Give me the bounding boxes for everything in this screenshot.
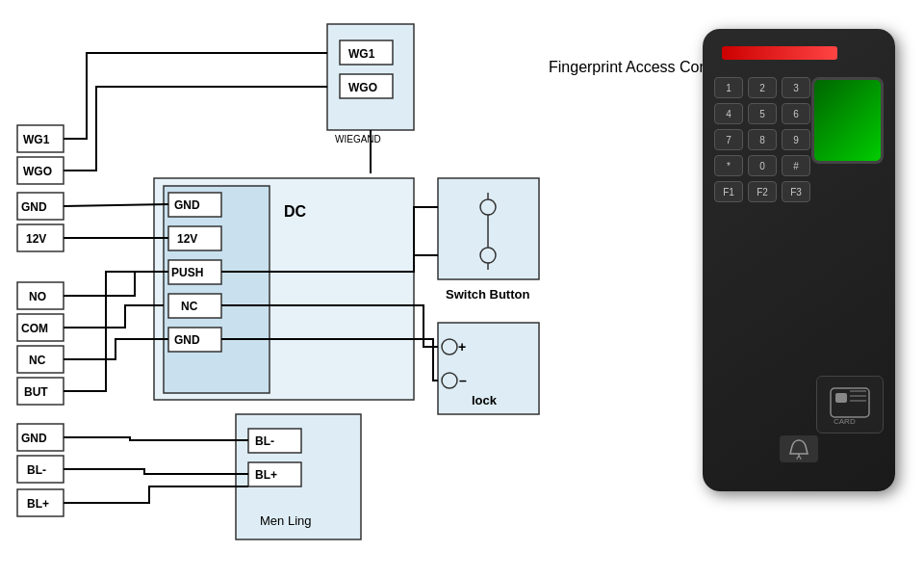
lock-minus-label: – bbox=[459, 373, 467, 388]
fingerprint-device: 1 2 3 4 5 6 7 8 9 * 0 # F1 F2 F3 CARD bbox=[703, 29, 895, 491]
lock-minus-symbol bbox=[442, 373, 457, 388]
term-no bbox=[17, 282, 64, 309]
term-gnd1 bbox=[17, 193, 64, 220]
wire-no bbox=[64, 272, 164, 296]
term-gnd2-label: GND bbox=[21, 432, 47, 445]
term-nc-label: NC bbox=[29, 354, 46, 367]
ctrl-nc-label: NC bbox=[181, 300, 198, 313]
wire-push-switch2 bbox=[221, 255, 438, 272]
bell-box bbox=[236, 414, 361, 539]
term-but bbox=[17, 378, 64, 405]
wire-gnd1 bbox=[64, 204, 168, 206]
svg-rect-1 bbox=[835, 393, 847, 403]
ctrl-push-label: PUSH bbox=[171, 266, 203, 279]
ctrl-gnd2-label: GND bbox=[174, 333, 200, 347]
term-blp-label: BL+ bbox=[27, 497, 49, 511]
ctrl-gnd1-label: GND bbox=[174, 198, 200, 212]
dc-label: DC bbox=[284, 203, 307, 220]
controller-inner-box bbox=[164, 186, 270, 393]
svg-text:CARD: CARD bbox=[834, 417, 856, 426]
wire-nc-lock-plus bbox=[221, 305, 438, 347]
fp-key-f1[interactable]: F1 bbox=[714, 181, 743, 202]
wiegand-bottom-label: WIEGAND bbox=[335, 134, 381, 144]
wgo-inner-label: WGO bbox=[348, 81, 377, 94]
fp-keypad: 1 2 3 4 5 6 7 8 9 * 0 # F1 F2 F3 bbox=[714, 77, 810, 202]
switch-button-box bbox=[438, 178, 539, 279]
wire-wgo bbox=[64, 87, 327, 171]
fp-key-9[interactable]: 9 bbox=[782, 129, 810, 150]
svg-point-7 bbox=[797, 457, 801, 460]
lock-plus-label: + bbox=[458, 339, 466, 355]
lock-plus-symbol bbox=[442, 339, 457, 355]
wire-nc bbox=[64, 339, 168, 359]
fp-key-star[interactable]: * bbox=[714, 155, 743, 176]
ctrl-gnd1 bbox=[168, 193, 221, 217]
term-blp bbox=[17, 489, 64, 516]
switch-symbol-bottom bbox=[480, 248, 496, 263]
wire-wg1 bbox=[64, 53, 327, 139]
ctrl-12v bbox=[168, 226, 221, 250]
bell-label: Men Ling bbox=[260, 513, 311, 528]
fp-key-7[interactable]: 7 bbox=[714, 129, 743, 150]
fp-key-f3[interactable]: F3 bbox=[782, 181, 810, 202]
fp-key-2[interactable]: 2 bbox=[748, 77, 777, 98]
ctrl-gnd2 bbox=[168, 328, 221, 352]
wire-blm bbox=[64, 469, 248, 474]
fp-key-1[interactable]: 1 bbox=[714, 77, 743, 98]
wire-push-switch bbox=[221, 207, 438, 272]
term-wg1-label: WG1 bbox=[23, 133, 50, 146]
wire-gnd-lock-minus bbox=[221, 339, 438, 381]
term-com bbox=[17, 314, 64, 341]
term-wgo-label: WGO bbox=[23, 165, 52, 178]
fp-key-4[interactable]: 4 bbox=[714, 103, 743, 124]
fp-key-5[interactable]: 5 bbox=[748, 103, 777, 124]
term-but-label: BUT bbox=[24, 385, 48, 399]
fp-key-6[interactable]: 6 bbox=[782, 103, 810, 124]
lock-label: lock bbox=[472, 393, 498, 407]
fp-alarm-icon bbox=[780, 435, 818, 462]
term-12v-label: 12V bbox=[26, 232, 46, 246]
term-blm bbox=[17, 456, 64, 483]
wire-gnd2-bell bbox=[64, 437, 248, 440]
fp-key-hash[interactable]: # bbox=[782, 155, 810, 176]
fp-key-8[interactable]: 8 bbox=[748, 129, 777, 150]
term-12v bbox=[17, 224, 64, 251]
wgo-terminal-inner bbox=[340, 74, 393, 98]
term-wg1 bbox=[17, 125, 64, 152]
wg1-terminal-inner bbox=[340, 40, 393, 65]
svg-rect-0 bbox=[831, 388, 869, 417]
wire-blp bbox=[64, 486, 248, 503]
wire-com bbox=[64, 305, 164, 328]
ctrl-12v-label: 12V bbox=[177, 232, 197, 246]
fp-key-0[interactable]: 0 bbox=[748, 155, 777, 176]
fp-key-f2[interactable]: F2 bbox=[748, 181, 777, 202]
term-no-label: NO bbox=[29, 290, 46, 303]
ctrl-nc bbox=[168, 294, 221, 318]
switch-button-label: Switch Button bbox=[446, 287, 529, 302]
bell-blm bbox=[248, 429, 301, 453]
ctrl-push bbox=[168, 260, 221, 284]
bell-blp-label: BL+ bbox=[255, 468, 277, 482]
lock-box bbox=[438, 323, 539, 414]
controller-outer-box bbox=[154, 178, 414, 400]
wire-but bbox=[64, 272, 168, 391]
wiegand-box bbox=[327, 24, 414, 130]
wg1-inner-label: WG1 bbox=[348, 47, 375, 61]
fp-sensor bbox=[811, 77, 884, 164]
term-nc bbox=[17, 346, 64, 373]
switch-symbol-top bbox=[480, 199, 496, 215]
term-wgo bbox=[17, 157, 64, 184]
fp-led-bar bbox=[722, 46, 837, 60]
fp-card-reader: CARD bbox=[816, 376, 884, 434]
bell-blp bbox=[248, 462, 301, 486]
term-com-label: COM bbox=[21, 322, 48, 335]
fp-key-3[interactable]: 3 bbox=[782, 77, 810, 98]
term-blm-label: BL- bbox=[27, 463, 46, 477]
bell-blm-label: BL- bbox=[255, 434, 274, 448]
fp-device-body: 1 2 3 4 5 6 7 8 9 * 0 # F1 F2 F3 CARD bbox=[703, 29, 895, 491]
term-gnd2 bbox=[17, 424, 64, 451]
term-gnd1-label: GND bbox=[21, 200, 47, 214]
